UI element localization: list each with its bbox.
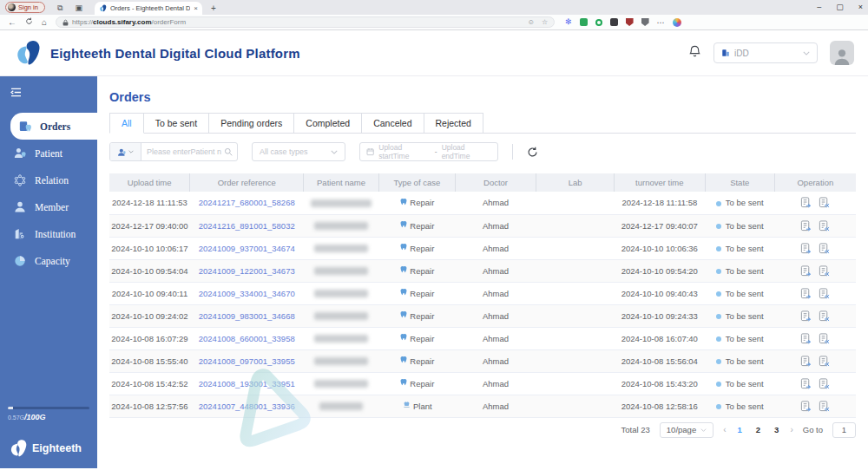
order-reference-link[interactable]: 20241009_334001_34670 <box>199 289 295 298</box>
send-order-icon[interactable] <box>800 310 812 322</box>
sidebar-item-patient[interactable]: Patient <box>0 140 97 166</box>
withdraw-order-icon[interactable] <box>819 401 830 412</box>
next-page-icon[interactable]: › <box>790 425 792 434</box>
send-order-icon[interactable] <box>800 288 812 299</box>
search-icon[interactable] <box>224 147 233 156</box>
tab-completed[interactable]: Completed <box>294 113 362 134</box>
tab-rejected[interactable]: Rejected <box>424 113 483 134</box>
smiley-icon[interactable]: ☺ <box>528 18 535 26</box>
order-row[interactable]: 2024-12-17 09:40:00 20241216_891001_5803… <box>109 214 856 237</box>
page-number-1[interactable]: 1 <box>736 425 744 434</box>
tab-all[interactable]: All <box>109 113 144 134</box>
page-number-2[interactable]: 2 <box>754 425 762 434</box>
withdraw-order-icon[interactable] <box>819 220 830 232</box>
extension-dark-icon[interactable] <box>610 18 618 26</box>
state-dot-icon <box>716 291 721 297</box>
favorite-star-icon[interactable]: ☆ <box>542 18 548 26</box>
browser-tab[interactable]: Orders - Eighteeth Dental Digital × <box>95 2 202 15</box>
address-bar[interactable]: https://clouds.sifary.com/orderForm ☺ ☆ <box>56 16 555 28</box>
sidebar-item-capacity[interactable]: Capacity <box>0 247 97 274</box>
send-order-icon[interactable] <box>800 243 812 254</box>
patient-filter-type-dropdown[interactable] <box>110 143 141 160</box>
order-reference-link[interactable]: 20241009_937001_34674 <box>199 244 295 253</box>
patient-name-input[interactable] <box>141 147 224 156</box>
refresh-icon[interactable] <box>527 147 538 158</box>
withdraw-order-icon[interactable] <box>819 197 830 208</box>
page-size-select[interactable]: 10/page <box>660 422 713 438</box>
order-reference-link[interactable]: 20241008_097001_33955 <box>199 356 295 366</box>
extension-gear-icon[interactable]: ✻ <box>565 18 572 26</box>
organization-icon <box>721 49 730 57</box>
goto-page-input[interactable] <box>832 422 856 438</box>
extension-green-doc-icon[interactable] <box>580 18 588 26</box>
extension-gray-shield-icon[interactable] <box>641 18 649 26</box>
withdraw-order-icon[interactable] <box>819 243 830 254</box>
browser-signin-button[interactable]: Sign in <box>5 2 45 13</box>
order-reference-cell: 20241008_097001_33955 <box>190 349 304 372</box>
order-row[interactable]: 2024-10-10 10:06:17 20241009_937001_3467… <box>109 237 856 259</box>
home-icon[interactable]: ⌂ <box>42 18 47 27</box>
split-screen-icon[interactable]: ▣ <box>75 4 82 12</box>
send-order-icon[interactable] <box>800 197 812 208</box>
withdraw-order-icon[interactable] <box>819 288 830 299</box>
extension-red-shield-icon[interactable] <box>626 18 634 26</box>
back-icon[interactable]: ← <box>8 18 16 27</box>
sidebar-item-orders[interactable]: Orders <box>10 113 97 140</box>
patient-name-blurred <box>319 402 363 410</box>
copilot-icon[interactable] <box>673 18 681 27</box>
new-tab-icon[interactable]: + <box>211 3 216 13</box>
order-reference-link[interactable]: 20241216_891001_58032 <box>199 221 295 231</box>
sidebar-item-relation[interactable]: Relation <box>0 166 97 193</box>
workspaces-icon[interactable]: ⧉ <box>57 4 62 12</box>
extension-green-circle-icon[interactable] <box>595 19 602 26</box>
order-row[interactable]: 2024-10-08 15:55:40 20241008_097001_3395… <box>109 349 856 372</box>
order-reference-link[interactable]: 20241009_983001_34668 <box>199 311 295 321</box>
sidebar-item-member[interactable]: Member <box>0 193 97 220</box>
notification-bell-icon[interactable] <box>688 44 701 62</box>
order-row[interactable]: 2024-10-10 09:40:11 20241009_334001_3467… <box>109 282 856 304</box>
withdraw-order-icon[interactable] <box>819 265 830 277</box>
institution-building-gear-icon <box>13 227 27 240</box>
close-icon[interactable]: × <box>858 1 863 13</box>
tab-pending-orders[interactable]: Pending orders <box>209 113 294 134</box>
case-type-select[interactable]: All case types <box>252 142 345 161</box>
withdraw-order-icon[interactable] <box>819 356 830 367</box>
sidebar-collapse-icon[interactable] <box>10 85 97 101</box>
order-reference-link[interactable]: 20241008_193001_33951 <box>199 379 295 388</box>
tab-canceled[interactable]: Canceled <box>362 113 424 134</box>
order-row[interactable]: 2024-10-08 16:07:29 20241008_660001_3395… <box>109 327 856 349</box>
send-order-icon[interactable] <box>800 356 812 367</box>
doctor-cell: Ahmad <box>455 237 536 259</box>
user-avatar[interactable] <box>830 41 854 65</box>
browser-tabstrip: Sign in ⧉ ▣ Orders - Eighteeth Dental Di… <box>0 0 868 15</box>
page-number-3[interactable]: 3 <box>773 425 780 434</box>
maximize-icon[interactable]: ▢ <box>836 1 844 13</box>
withdraw-order-icon[interactable] <box>819 378 830 389</box>
order-row[interactable]: 2024-10-08 15:42:52 20241008_193001_3395… <box>109 372 856 395</box>
upload-date-range-picker[interactable]: Upload startTime - Upload endTime <box>359 142 498 161</box>
order-reference-link[interactable]: 20241217_680001_58268 <box>199 198 295 207</box>
order-row[interactable]: 2024-10-10 09:24:02 20241009_983001_3466… <box>109 304 856 327</box>
more-icon[interactable]: ⋯ <box>657 18 665 27</box>
send-order-icon[interactable] <box>800 401 812 412</box>
tab-to-be-sent[interactable]: To be sent <box>144 113 209 134</box>
withdraw-order-icon[interactable] <box>819 333 830 344</box>
tab-close-icon[interactable]: × <box>194 4 198 12</box>
send-order-icon[interactable] <box>800 378 812 389</box>
reload-icon[interactable] <box>25 17 33 27</box>
order-row[interactable]: 2024-10-08 12:57:56 20241007_448001_3393… <box>109 395 856 417</box>
send-order-icon[interactable] <box>800 333 812 344</box>
prev-page-icon[interactable]: ‹ <box>723 425 726 434</box>
order-reference-link[interactable]: 20241009_122001_34673 <box>199 266 295 276</box>
order-reference-link[interactable]: 20241008_660001_33958 <box>199 334 295 343</box>
send-order-icon[interactable] <box>800 220 812 232</box>
organization-select[interactable]: iDD <box>713 42 818 63</box>
total-count: Total 23 <box>621 425 650 434</box>
order-row[interactable]: 2024-12-18 11:11:53 20241217_680001_5826… <box>109 192 856 214</box>
order-row[interactable]: 2024-10-10 09:54:04 20241009_122001_3467… <box>109 259 856 282</box>
withdraw-order-icon[interactable] <box>819 310 830 322</box>
order-reference-link[interactable]: 20241007_448001_33936 <box>199 401 295 411</box>
minimize-icon[interactable]: – <box>817 1 821 13</box>
sidebar-item-institution[interactable]: Institution <box>0 220 97 247</box>
send-order-icon[interactable] <box>800 265 812 277</box>
